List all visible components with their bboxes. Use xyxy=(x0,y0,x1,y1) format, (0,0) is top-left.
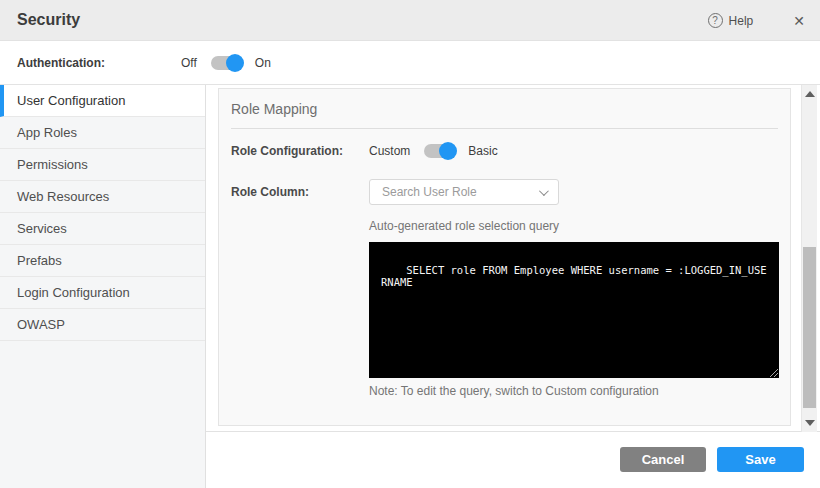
cancel-button[interactable]: Cancel xyxy=(620,447,706,472)
role-column-placeholder: Search User Role xyxy=(382,185,477,199)
query-note: Note: To edit the query, switch to Custo… xyxy=(369,384,659,398)
role-column-label: Role Column: xyxy=(231,185,369,199)
sidebar-item-services[interactable]: Services xyxy=(0,213,205,245)
role-configuration-label: Role Configuration: xyxy=(231,144,369,158)
role-configuration-custom-label: Custom xyxy=(369,144,410,158)
help-button[interactable]: ? Help xyxy=(708,13,754,28)
role-mapping-panel: Role Mapping Role Configuration: Custom … xyxy=(218,88,791,426)
page-title: Security xyxy=(17,11,80,29)
authentication-label: Authentication: xyxy=(17,56,105,70)
sidebar-item-web-resources[interactable]: Web Resources xyxy=(0,181,205,213)
panel-title-divider xyxy=(231,128,778,129)
role-column-row: Role Column: Search User Role xyxy=(231,179,559,205)
role-configuration-toggle[interactable] xyxy=(424,144,454,158)
scrollbar-up-arrow-icon[interactable] xyxy=(805,91,815,97)
sidebar-item-owasp[interactable]: OWASP xyxy=(0,309,205,341)
help-icon: ? xyxy=(708,13,723,28)
authentication-off-label: Off xyxy=(181,56,197,70)
panel-title: Role Mapping xyxy=(219,89,790,128)
authentication-row: Authentication: Off On xyxy=(0,41,820,85)
query-textarea[interactable]: SELECT role FROM Employee WHERE username… xyxy=(369,242,779,378)
sidebar-item-login-configuration[interactable]: Login Configuration xyxy=(0,277,205,309)
header-actions: ? Help ✕ xyxy=(708,0,805,41)
sidebar-item-user-configuration[interactable]: User Configuration xyxy=(0,85,205,117)
save-button[interactable]: Save xyxy=(717,447,804,472)
role-column-select[interactable]: Search User Role xyxy=(369,179,559,205)
role-configuration-row: Role Configuration: Custom Basic xyxy=(231,139,498,163)
scrollbar-thumb[interactable] xyxy=(803,247,816,408)
help-label: Help xyxy=(729,14,754,28)
vertical-scrollbar[interactable] xyxy=(801,85,817,432)
resize-grip-icon[interactable] xyxy=(768,367,778,377)
toggle-knob xyxy=(226,54,244,72)
window-header: Security ? Help ✕ xyxy=(0,0,820,41)
sidebar-item-app-roles[interactable]: App Roles xyxy=(0,117,205,149)
role-configuration-basic-label: Basic xyxy=(468,144,497,158)
query-caption: Auto-generated role selection query xyxy=(369,219,559,233)
toggle-knob xyxy=(439,142,457,160)
authentication-on-label: On xyxy=(255,56,271,70)
scrollbar-down-arrow-icon[interactable] xyxy=(805,420,815,426)
chevron-down-icon xyxy=(539,186,549,196)
sidebar-item-prefabs[interactable]: Prefabs xyxy=(0,245,205,277)
authentication-toggle[interactable] xyxy=(211,56,241,70)
sidebar-item-permissions[interactable]: Permissions xyxy=(0,149,205,181)
close-icon[interactable]: ✕ xyxy=(793,14,805,28)
sidebar: User Configuration App Roles Permissions… xyxy=(0,85,206,488)
query-sql-text: SELECT role FROM Employee WHERE username… xyxy=(381,264,767,288)
footer-divider xyxy=(206,431,820,432)
